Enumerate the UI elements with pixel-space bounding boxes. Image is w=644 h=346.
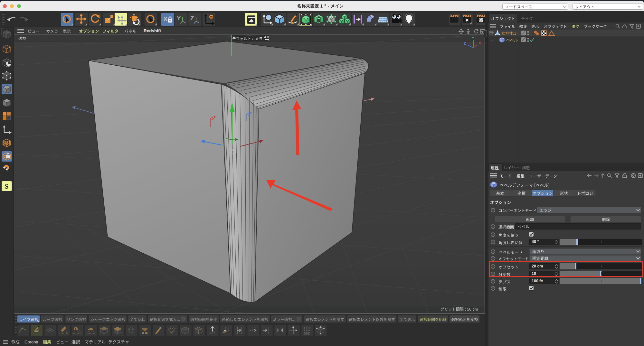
svg-text:Z: Z bbox=[190, 15, 194, 22]
svg-text:XYZ: XYZ bbox=[304, 332, 309, 335]
svg-text:X: X bbox=[478, 41, 481, 45]
svg-text:X: X bbox=[164, 15, 168, 22]
svg-text:Y: Y bbox=[177, 15, 181, 22]
svg-text:Z: Z bbox=[464, 42, 466, 45]
svg-text:S: S bbox=[5, 183, 8, 190]
svg-text:Y: Y bbox=[472, 36, 474, 40]
